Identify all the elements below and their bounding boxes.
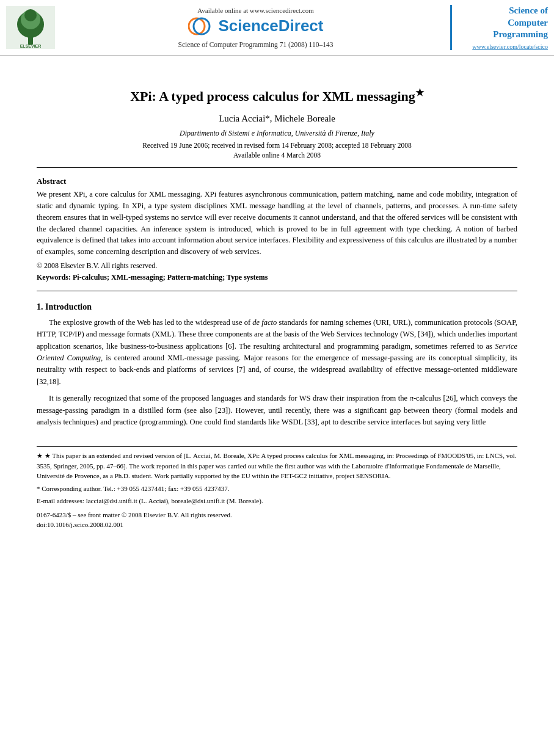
title-text: XPi: A typed process calculus for XML me…	[130, 89, 415, 104]
divider-2	[37, 291, 517, 291]
footnote-star: ★ ★ This paper is an extended and revise…	[37, 451, 517, 481]
intro-paragraph-2: It is generally recognized that some of …	[37, 393, 517, 428]
sd-icon	[188, 16, 215, 36]
keywords-values: Pi-calculus; XML-messaging; Pattern-matc…	[73, 273, 268, 282]
page-header: ELSEVIER Available online at www.science…	[0, 0, 554, 56]
journal-citation-line: Science of Computer Programming 71 (2008…	[178, 41, 333, 48]
journal-title-header: Science ofComputerProgramming	[493, 5, 548, 41]
email-values: lacciai@dsi.unifi.it (L. Acciai), boreal…	[86, 497, 263, 504]
authors: Lucia Acciai*, Michele Boreale	[37, 114, 517, 124]
keywords: Keywords: Pi-calculus; XML-messaging; Pa…	[37, 273, 517, 282]
divider-1	[37, 167, 517, 168]
svg-text:ELSEVIER: ELSEVIER	[20, 44, 42, 48]
abstract-section: Abstract We present XPi, a core calculus…	[37, 176, 517, 282]
available-online: Available online 4 March 2008	[37, 151, 517, 159]
article-title: XPi: A typed process calculus for XML me…	[37, 87, 517, 106]
email-label: E-mail addresses:	[37, 497, 84, 504]
section-1: 1. Introduction The explosive growth of …	[37, 302, 517, 428]
footnote-star-symbol: ★	[37, 452, 45, 459]
section-1-number: 1.	[37, 302, 43, 311]
doi-text: doi:10.1016/j.scico.2008.02.001	[37, 520, 517, 530]
keywords-label: Keywords:	[37, 273, 71, 282]
sciencedirect-text: ScienceDirect	[219, 16, 324, 35]
svg-point-4	[24, 9, 37, 21]
sciencedirect-logo: ScienceDirect	[188, 16, 324, 36]
intro-paragraph-1: The explosive growth of the Web has led …	[37, 317, 517, 388]
footnote-issn: 0167-6423/$ – see front matter © 2008 El…	[37, 510, 517, 530]
footnote-star-text: ★ This paper is an extended and revised …	[37, 452, 516, 479]
title-star: ★	[415, 87, 424, 98]
elsevier-logo-area: ELSEVIER	[6, 5, 61, 50]
journal-url[interactable]: www.elsevier.com/locate/scico	[472, 43, 548, 50]
footnote-email: E-mail addresses: lacciai@dsi.unifi.it (…	[37, 496, 517, 506]
abstract-label: Abstract	[37, 176, 517, 186]
section-1-title: Introduction	[45, 302, 92, 311]
article-content: XPi: A typed process calculus for XML me…	[0, 56, 554, 542]
journal-title-area: Science ofComputerProgramming www.elsevi…	[450, 5, 548, 50]
abstract-text: We present XPi, a core calculus for XML …	[37, 189, 517, 258]
sciencedirect-header: Available online at www.sciencedirect.co…	[67, 5, 444, 50]
footnote-corresponding: * Corresponding author. Tel.: +39 055 42…	[37, 484, 517, 494]
affiliation: Dipartimento di Sistemi e Informatica, U…	[37, 129, 517, 138]
issn-text: 0167-6423/$ – see front matter © 2008 El…	[37, 510, 517, 520]
copyright: © 2008 Elsevier B.V. All rights reserved…	[37, 261, 517, 271]
elsevier-logo-icon: ELSEVIER	[6, 6, 55, 49]
available-online-text: Available online at www.sciencedirect.co…	[197, 7, 314, 14]
section-1-heading: 1. Introduction	[37, 302, 517, 312]
received-dates: Received 19 June 2006; received in revis…	[37, 142, 517, 149]
footnotes: ★ ★ This paper is an extended and revise…	[37, 446, 517, 530]
